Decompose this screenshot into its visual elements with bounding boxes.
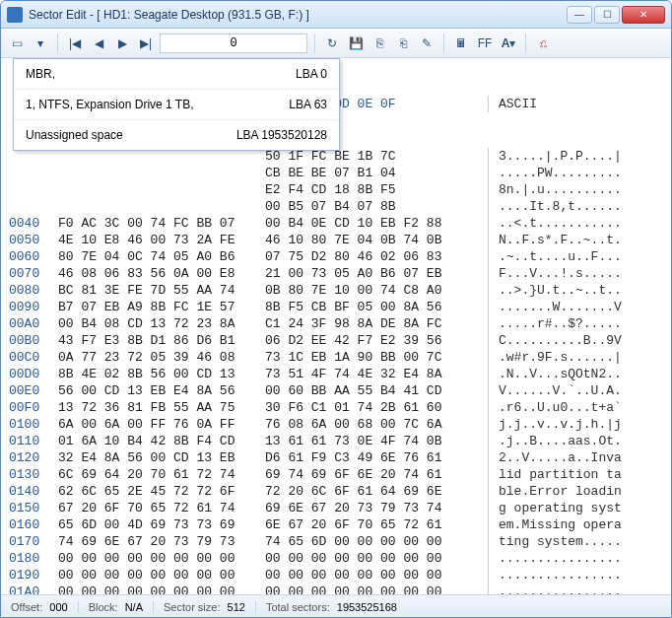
hex-bytes-1[interactable]: 01 6A 10 B4 42 8B F4 CD bbox=[58, 433, 265, 449]
hex-row[interactable]: 00D08B 4E 02 8B 56 00 CD 1373 51 4F 74 4… bbox=[9, 366, 663, 382]
close-button[interactable]: ✕ bbox=[622, 6, 665, 24]
hex-ascii[interactable]: ..<.t........... bbox=[488, 215, 645, 232]
hex-row[interactable]: 0040F0 AC 3C 00 74 FC BB 0700 B4 0E CD 1… bbox=[9, 215, 663, 232]
hex-bytes-2[interactable]: 8B F5 CB BF 05 00 8A 56 bbox=[265, 299, 488, 315]
hex-bytes-1[interactable] bbox=[58, 181, 265, 198]
hex-row[interactable]: 016065 6D 00 4D 69 73 73 696E 67 20 6F 7… bbox=[9, 516, 663, 533]
nav-next-icon[interactable]: ▶ bbox=[112, 34, 132, 53]
hex-bytes-2[interactable]: 69 6E 67 20 73 79 73 74 bbox=[265, 500, 488, 516]
hex-ascii[interactable]: ....It.8,t...... bbox=[488, 198, 645, 215]
hex-row[interactable]: 00F013 72 36 81 FB 55 AA 7530 F6 C1 01 7… bbox=[9, 399, 663, 416]
maximize-button[interactable]: ☐ bbox=[594, 6, 620, 24]
hex-bytes-1[interactable]: 56 00 CD 13 EB E4 8A 56 bbox=[58, 382, 265, 399]
hex-ascii[interactable]: g operating syst bbox=[488, 500, 645, 516]
hex-ascii[interactable]: ................ bbox=[488, 584, 645, 594]
hex-bytes-1[interactable]: B7 07 EB A9 8B FC 1E 57 bbox=[58, 299, 265, 315]
edit-icon[interactable]: ✎ bbox=[417, 34, 437, 53]
hex-ascii[interactable]: j.j..v..v.j.h.|j bbox=[488, 416, 645, 433]
hex-icon[interactable]: FF bbox=[475, 34, 495, 53]
settings-icon[interactable]: ⎌ bbox=[533, 34, 553, 53]
hex-row[interactable]: 012032 E4 8A 56 00 CD 13 EBD6 61 F9 C3 4… bbox=[9, 449, 663, 466]
hex-bytes-2[interactable]: E2 F4 CD 18 8B F5 bbox=[265, 181, 488, 198]
dropdown-item-unassigned[interactable]: Unassigned space LBA 1953520128 bbox=[14, 120, 339, 150]
hex-bytes-2[interactable]: 21 00 73 05 A0 B6 07 EB bbox=[265, 265, 488, 282]
hex-ascii[interactable]: ..>.}U.t..~..t.. bbox=[488, 282, 645, 299]
hex-ascii[interactable]: C..........B..9V bbox=[488, 332, 645, 349]
hex-row[interactable]: 00A000 B4 08 CD 13 72 23 8AC1 24 3F 98 8… bbox=[9, 315, 663, 332]
hex-ascii[interactable]: F...V...!.s..... bbox=[488, 265, 645, 282]
hex-bytes-2[interactable]: 00 00 00 00 00 00 00 00 bbox=[265, 567, 488, 584]
hex-bytes-2[interactable]: 06 D2 EE 42 F7 E2 39 56 bbox=[265, 332, 488, 349]
hex-bytes-2[interactable]: 00 B4 0E CD 10 EB F2 88 bbox=[265, 215, 488, 232]
hex-row[interactable]: 00504E 10 E8 46 00 73 2A FE46 10 80 7E 0… bbox=[9, 232, 663, 248]
hex-bytes-1[interactable]: 67 20 6F 70 65 72 61 74 bbox=[58, 500, 265, 516]
hex-bytes-1[interactable]: 80 7E 04 0C 74 05 A0 B6 bbox=[58, 248, 265, 265]
hex-bytes-2[interactable]: 73 1C EB 1A 90 BB 00 7C bbox=[265, 349, 488, 366]
hex-ascii[interactable]: .....r#..$?..... bbox=[488, 315, 645, 332]
hex-bytes-1[interactable]: 8B 4E 02 8B 56 00 CD 13 bbox=[58, 366, 265, 382]
hex-bytes-1[interactable]: 6C 69 64 20 70 61 72 74 bbox=[58, 466, 265, 483]
hex-row[interactable]: 00E056 00 CD 13 EB E4 8A 5600 60 BB AA 5… bbox=[9, 382, 663, 399]
hex-row[interactable]: 0080BC 81 3E FE 7D 55 AA 740B 80 7E 10 0… bbox=[9, 282, 663, 299]
hex-bytes-2[interactable]: 30 F6 C1 01 74 2B 61 60 bbox=[265, 399, 488, 416]
hex-bytes-2[interactable]: 72 20 6C 6F 61 64 69 6E bbox=[265, 483, 488, 500]
hex-row[interactable]: 014062 6C 65 2E 45 72 72 6F72 20 6C 6F 6… bbox=[9, 483, 663, 500]
hex-ascii[interactable]: 3.....|.P.P....| bbox=[488, 148, 645, 165]
hex-bytes-2[interactable]: D6 61 F9 C3 49 6E 76 61 bbox=[265, 449, 488, 466]
hex-row[interactable]: 00B043 F7 E3 8B D1 86 D6 B106 D2 EE 42 F… bbox=[9, 332, 663, 349]
hex-ascii[interactable]: .w#r.9F.s......| bbox=[488, 349, 645, 366]
hex-ascii[interactable]: ting system..... bbox=[488, 533, 645, 550]
hex-bytes-2[interactable]: CB BE BE 07 B1 04 bbox=[265, 165, 488, 181]
nav-first-icon[interactable]: |◀ bbox=[65, 34, 85, 53]
hex-row[interactable]: 0090B7 07 EB A9 8B FC 1E 578B F5 CB BF 0… bbox=[9, 299, 663, 315]
hex-ascii[interactable]: .N..V...sQOtN2.. bbox=[488, 366, 645, 382]
hex-row[interactable]: 018000 00 00 00 00 00 00 0000 00 00 00 0… bbox=[9, 550, 663, 567]
hex-bytes-1[interactable]: 65 6D 00 4D 69 73 73 69 bbox=[58, 516, 265, 533]
hex-bytes-2[interactable]: 76 08 6A 00 68 00 7C 6A bbox=[265, 416, 488, 433]
hex-ascii[interactable]: ................ bbox=[488, 550, 645, 567]
hex-bytes-1[interactable]: F0 AC 3C 00 74 FC BB 07 bbox=[58, 215, 265, 232]
dropdown-item-mbr[interactable]: MBR, LBA 0 bbox=[14, 59, 339, 90]
font-icon[interactable]: A▾ bbox=[499, 34, 518, 53]
hex-bytes-2[interactable]: 00 00 00 00 00 00 00 00 bbox=[265, 550, 488, 567]
hex-bytes-1[interactable]: 6A 00 6A 00 FF 76 0A FF bbox=[58, 416, 265, 433]
hex-bytes-1[interactable]: 62 6C 65 2E 45 72 72 6F bbox=[58, 483, 265, 500]
hex-row[interactable]: 00C00A 77 23 72 05 39 46 0873 1C EB 1A 9… bbox=[9, 349, 663, 366]
hex-row[interactable]: 01006A 00 6A 00 FF 76 0A FF76 08 6A 00 6… bbox=[9, 416, 663, 433]
hex-row[interactable]: 017074 69 6E 67 20 73 79 7374 65 6D 00 0… bbox=[9, 533, 663, 550]
hex-bytes-1[interactable]: 74 69 6E 67 20 73 79 73 bbox=[58, 533, 265, 550]
hex-bytes-2[interactable]: 0B 80 7E 10 00 74 C8 A0 bbox=[265, 282, 488, 299]
dropdown-item-ntfs[interactable]: 1, NTFS, Expansion Drive 1 TB, LBA 63 bbox=[14, 90, 339, 120]
hex-bytes-1[interactable]: 00 00 00 00 00 00 00 00 bbox=[58, 584, 265, 594]
hex-bytes-2[interactable]: 00 B5 07 B4 07 8B bbox=[265, 198, 488, 215]
hex-bytes-1[interactable]: 13 72 36 81 FB 55 AA 75 bbox=[58, 399, 265, 416]
hex-row[interactable]: 01A000 00 00 00 00 00 00 0000 00 00 00 0… bbox=[9, 584, 663, 594]
hex-ascii[interactable]: ble.Error loadin bbox=[488, 483, 645, 500]
minimize-button[interactable]: — bbox=[567, 6, 592, 24]
hex-row[interactable]: CB BE BE 07 B1 04.....PW......... bbox=[9, 165, 663, 181]
hex-ascii[interactable]: em.Missing opera bbox=[488, 516, 645, 533]
hex-bytes-1[interactable]: 32 E4 8A 56 00 CD 13 EB bbox=[58, 449, 265, 466]
hex-bytes-1[interactable]: 0A 77 23 72 05 39 46 08 bbox=[58, 349, 265, 366]
hex-bytes-2[interactable]: 46 10 80 7E 04 0B 74 0B bbox=[265, 232, 488, 248]
hex-ascii[interactable]: .~..t....u..F... bbox=[488, 248, 645, 265]
hex-row[interactable]: 015067 20 6F 70 65 72 61 7469 6E 67 20 7… bbox=[9, 500, 663, 516]
hex-bytes-1[interactable]: 43 F7 E3 8B D1 86 D6 B1 bbox=[58, 332, 265, 349]
hex-ascii[interactable]: .j..B....aas.Ot. bbox=[488, 433, 645, 449]
hex-ascii[interactable]: .......W.......V bbox=[488, 299, 645, 315]
paste-icon[interactable]: ⎗ bbox=[393, 34, 413, 53]
hex-ascii[interactable]: .....PW......... bbox=[488, 165, 645, 181]
hex-bytes-2[interactable]: C1 24 3F 98 8A DE 8A FC bbox=[265, 315, 488, 332]
hex-ascii[interactable]: .r6..U.u0...t+a` bbox=[488, 399, 645, 416]
save-icon[interactable]: 💾 bbox=[346, 34, 366, 53]
hex-row[interactable]: 019000 00 00 00 00 00 00 0000 00 00 00 0… bbox=[9, 567, 663, 584]
hex-bytes-1[interactable]: 00 00 00 00 00 00 00 00 bbox=[58, 567, 265, 584]
page-icon[interactable]: ▭ bbox=[7, 34, 27, 53]
refresh-icon[interactable]: ↻ bbox=[322, 34, 342, 53]
hex-bytes-2[interactable]: 74 65 6D 00 00 00 00 00 bbox=[265, 533, 488, 550]
calc-icon[interactable]: 🖩 bbox=[451, 34, 471, 53]
nav-prev-icon[interactable]: ◀ bbox=[89, 34, 108, 53]
hex-ascii[interactable]: 8n.|.u.......... bbox=[488, 181, 645, 198]
hex-ascii[interactable]: 2..V.....a..Inva bbox=[488, 449, 645, 466]
hex-ascii[interactable]: V......V.`..U.A. bbox=[488, 382, 645, 399]
